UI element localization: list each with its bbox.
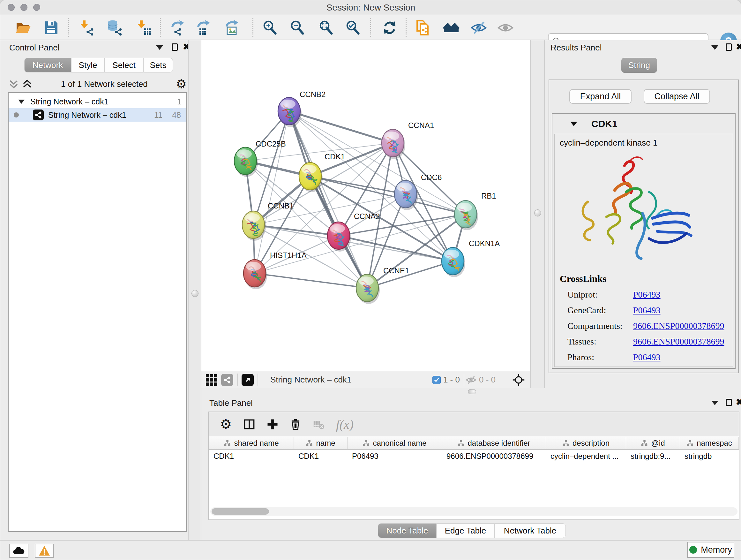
- crosslink-link[interactable]: 9606.ENSP00000378699: [633, 321, 724, 331]
- collapse-section-icon[interactable]: [570, 122, 577, 126]
- export-image-button[interactable]: [224, 19, 241, 37]
- expand-all-icon[interactable]: [21, 78, 33, 90]
- column-header-namespac[interactable]: namespac: [680, 437, 739, 449]
- float-panel-icon[interactable]: [172, 44, 178, 51]
- crosslink-link[interactable]: P06493: [633, 352, 661, 362]
- hide-panel-button[interactable]: [470, 19, 487, 37]
- import-table-file-button[interactable]: [135, 19, 152, 37]
- export-network-button[interactable]: [170, 19, 187, 37]
- selected-checkbox-icon[interactable]: [432, 376, 441, 384]
- protein-section-header[interactable]: CDK1: [552, 114, 735, 134]
- horizontal-splitter-handle[interactable]: [468, 389, 476, 394]
- network-edge-CDKN1A-CCNE1[interactable]: [367, 261, 453, 288]
- table-cell[interactable]: stringdb:9...: [626, 450, 680, 462]
- network-collection-row[interactable]: String Network – cdk1 1: [9, 95, 186, 108]
- delete-column-icon[interactable]: [289, 418, 301, 430]
- table-row[interactable]: CDK1CDK1P064939606.ENSP00000378699cyclin…: [209, 450, 739, 462]
- network-row[interactable]: String Network – cdk1 11 48: [9, 108, 186, 122]
- network-edge-HIST1H1A-CCNE1[interactable]: [255, 273, 367, 288]
- close-panel-icon[interactable]: ✖: [736, 397, 741, 408]
- cloud-status-button[interactable]: [9, 544, 28, 558]
- network-graph[interactable]: CCNB2CCNA1CDC25BCDK1CDC6RB1CCNB1CCNA2CDK…: [201, 40, 530, 371]
- table-cell[interactable]: CDK1: [209, 450, 294, 462]
- close-panel-icon[interactable]: ✖: [736, 42, 741, 52]
- crosslink-link[interactable]: 9606.ENSP00000378699: [633, 336, 724, 347]
- tab-edge-table[interactable]: Edge Table: [436, 523, 494, 538]
- network-edge-CCNB2-RB1[interactable]: [289, 111, 466, 214]
- table-cell[interactable]: CDK1: [294, 450, 347, 462]
- network-node-CCNB2[interactable]: CCNB2: [278, 90, 326, 127]
- zoom-selected-button[interactable]: [344, 19, 361, 37]
- table-cell[interactable]: cyclin–dependent ...: [546, 450, 626, 462]
- collapse-all-icon[interactable]: [8, 78, 19, 90]
- import-network-icon: [78, 19, 95, 36]
- network-node-CDKN1A[interactable]: CDKN1A: [442, 239, 500, 277]
- collapse-all-button[interactable]: Collapse All: [644, 89, 710, 104]
- home-button[interactable]: [443, 19, 460, 37]
- table-options-gear-icon[interactable]: ⚙: [220, 418, 232, 431]
- table-cell[interactable]: 9606.ENSP00000378699: [442, 450, 546, 462]
- left-splitter[interactable]: [188, 40, 201, 540]
- network-node-CCNE1[interactable]: CCNE1: [356, 266, 409, 304]
- panel-menu-icon[interactable]: [711, 401, 718, 405]
- float-panel-icon[interactable]: [726, 44, 732, 51]
- network-edge-CCNB2-CCNE1[interactable]: [289, 111, 367, 288]
- panel-menu-icon[interactable]: [711, 45, 718, 50]
- warning-status-button[interactable]: [35, 544, 54, 558]
- crosslink-link[interactable]: P06493: [633, 305, 661, 315]
- string-view-icon[interactable]: [221, 374, 233, 386]
- zoom-out-button[interactable]: [289, 19, 306, 37]
- column-header--id[interactable]: @id: [626, 437, 680, 449]
- left-splitter-handle[interactable]: [192, 290, 199, 297]
- open-session-button[interactable]: [14, 19, 31, 37]
- table-cell[interactable]: P06493: [347, 450, 442, 462]
- network-edge-CCNA2-CDKN1A[interactable]: [339, 236, 453, 261]
- network-node-RB1[interactable]: RB1: [455, 192, 496, 230]
- float-panel-icon[interactable]: [726, 399, 732, 406]
- column-header-canonical-name[interactable]: canonical name: [347, 437, 442, 449]
- zoom-fit-button[interactable]: [318, 19, 335, 37]
- memory-button[interactable]: Memory: [687, 542, 734, 558]
- birdseye-view-icon[interactable]: [512, 374, 525, 386]
- grid-mode-icon[interactable]: [206, 374, 217, 386]
- table-horizontal-scrollbar[interactable]: [210, 507, 738, 516]
- network-node-HIST1H1A[interactable]: HIST1H1A: [244, 251, 307, 289]
- tab-select[interactable]: Select: [105, 58, 143, 72]
- show-panel-button[interactable]: [497, 19, 514, 37]
- tab-sets[interactable]: Sets: [143, 58, 173, 72]
- table-cell[interactable]: stringdb: [680, 450, 739, 462]
- add-column-icon[interactable]: [266, 418, 279, 430]
- tab-network[interactable]: Network: [24, 58, 71, 72]
- import-network-database-button[interactable]: [106, 19, 123, 37]
- save-session-button[interactable]: [43, 19, 60, 37]
- tab-string[interactable]: String: [621, 58, 657, 73]
- show-columns-icon[interactable]: [243, 418, 256, 431]
- tab-node-table[interactable]: Node Table: [378, 523, 436, 538]
- crosslink-link[interactable]: P06493: [633, 290, 661, 300]
- right-splitter-handle[interactable]: [534, 209, 541, 216]
- tab-network-table[interactable]: Network Table: [494, 523, 566, 538]
- expand-all-button[interactable]: Expand All: [569, 89, 631, 104]
- network-node-CDC25B[interactable]: CDC25B: [234, 139, 286, 177]
- export-table-button[interactable]: [195, 19, 212, 37]
- import-network-file-button[interactable]: [78, 19, 95, 37]
- tab-style[interactable]: Style: [71, 58, 105, 72]
- column-header-database-identifier[interactable]: database identifier: [442, 437, 546, 449]
- panel-menu-icon[interactable]: [156, 45, 163, 50]
- column-header-name[interactable]: name: [294, 437, 347, 449]
- network-node-CCNA1[interactable]: CCNA1: [382, 121, 434, 159]
- tree-expand-icon[interactable]: [18, 100, 24, 104]
- horizontal-splitter[interactable]: [201, 388, 741, 396]
- apply-layout-button[interactable]: [381, 19, 398, 37]
- detach-view-icon[interactable]: [242, 374, 254, 386]
- network-options-gear-icon[interactable]: ⚙: [176, 78, 187, 90]
- zoom-in-button[interactable]: [261, 19, 279, 37]
- network-edge-CCNB2-CCNA1[interactable]: [289, 111, 393, 143]
- scrollbar-thumb[interactable]: [212, 508, 269, 515]
- column-header-shared-name[interactable]: shared name: [209, 437, 294, 449]
- duplicate-network-button[interactable]: [414, 19, 431, 37]
- network-canvas[interactable]: CCNB2CCNA1CDC25BCDK1CDC6RB1CCNB1CCNA2CDK…: [201, 40, 530, 371]
- right-splitter[interactable]: [530, 40, 545, 388]
- network-node-CCNB1[interactable]: CCNB1: [242, 201, 293, 241]
- column-header-description[interactable]: description: [546, 437, 626, 449]
